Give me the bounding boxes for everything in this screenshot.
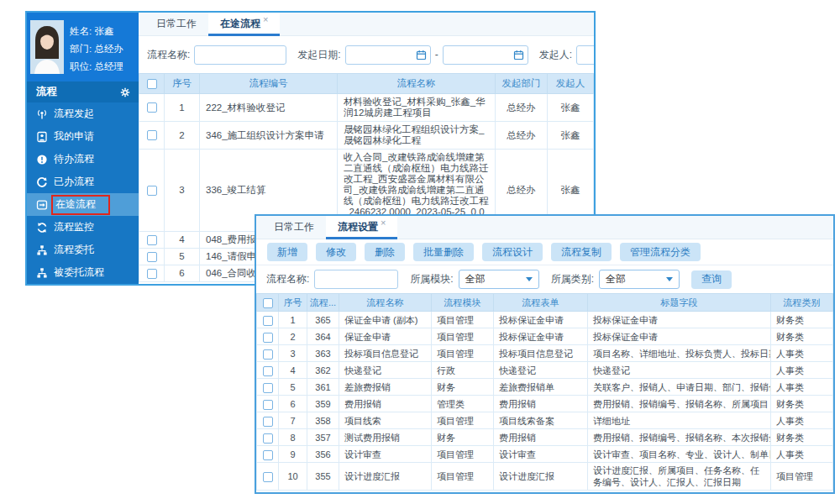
initiator-label: 发起人:	[539, 48, 572, 62]
category-select[interactable]: 全部	[599, 270, 680, 289]
table-row: 1 222_材料验收登记 材料验收登记_材料采购_张鑫_华润12城房建工程项目 …	[139, 94, 594, 122]
table-row: 10 355 设计进度汇报 项目管理 设计进度汇报 设计进度汇报、所属项目、任务…	[257, 463, 833, 491]
tab-daily-work[interactable]: 日常工作	[144, 13, 208, 35]
row-checkbox[interactable]	[147, 235, 157, 245]
profile-name: 姓名: 张鑫	[70, 23, 123, 40]
initiator-input[interactable]	[576, 45, 594, 65]
row-checkbox[interactable]	[263, 383, 273, 393]
process-copy-button[interactable]: 流程复制	[551, 243, 612, 261]
column-header: 发起部门	[496, 74, 548, 94]
row-checkbox[interactable]	[263, 417, 273, 427]
tab-bar: 日常工作 流程设置×	[256, 216, 833, 239]
chevron-down-icon	[666, 277, 673, 281]
row-checkbox[interactable]	[263, 366, 273, 376]
tab-process-settings[interactable]: 流程设置×	[326, 216, 397, 239]
sidebar-item-todo-processes[interactable]: 待办流程	[27, 148, 139, 171]
calendar-icon	[513, 50, 524, 60]
red-highlight-box: 在途流程	[51, 195, 110, 215]
process-design-button[interactable]: 流程设计	[482, 243, 543, 261]
select-all-checkbox[interactable]	[263, 298, 273, 308]
column-header: 流程类别	[771, 294, 833, 312]
sidebar-item-label: 被委托流程	[54, 265, 104, 280]
row-checkbox[interactable]	[263, 433, 273, 444]
row-checkbox[interactable]	[263, 333, 273, 343]
module-select[interactable]: 全部	[459, 270, 539, 289]
org-tree-icon	[36, 267, 48, 279]
org-tree-icon	[36, 244, 48, 256]
edit-button[interactable]: 修改	[316, 243, 356, 261]
column-header: 流程模块	[432, 294, 494, 312]
column-header: 发起人	[548, 74, 594, 94]
process-name-label: 流程名称:	[147, 48, 190, 62]
sidebar-item-label: 流程委托	[54, 243, 94, 257]
table-row: 3 363 投标项目信息登记 项目管理 投标项目信息登记 项目名称、详细地址、投…	[257, 345, 833, 362]
row-checkbox[interactable]	[263, 316, 273, 326]
add-button[interactable]: 新增	[267, 243, 307, 261]
row-checkbox[interactable]	[263, 349, 273, 360]
table-row: 8 357 测试费用报销 财务 费用报销 费用报销、报销编号、报销名称、本次报销…	[257, 429, 833, 446]
sidebar-item-my-applications[interactable]: 我的申请	[27, 125, 139, 148]
search-button[interactable]: 查询	[691, 270, 732, 289]
sidebar-item-delegated-processes[interactable]: 被委托流程	[27, 261, 139, 284]
sidebar: 姓名: 张鑫 部门: 总经办 职位: 总经理 流程	[27, 13, 139, 284]
sidebar-item-label: 在途流程	[55, 198, 96, 210]
row-checkbox[interactable]	[263, 450, 273, 460]
process-name-label: 流程名称:	[266, 272, 309, 286]
tab-close-icon[interactable]: ×	[381, 218, 386, 228]
table-row: 2 364 保证金申请 项目管理 投标保证金申请 投标保证金申请 财务类	[257, 328, 833, 345]
in-transit-icon	[36, 199, 48, 211]
process-name-input[interactable]	[194, 45, 286, 65]
sidebar-item-label: 我的申请	[54, 129, 94, 144]
manage-process-category-button[interactable]: 管理流程分类	[620, 243, 701, 261]
row-checkbox[interactable]	[147, 102, 157, 113]
sidebar-item-label: 流程发起	[54, 107, 94, 121]
module-label: 所属模块:	[410, 272, 453, 286]
batch-delete-button[interactable]: 批量删除	[413, 243, 474, 261]
sidebar-item-process-monitor[interactable]: 流程监控	[27, 216, 139, 239]
sidebar-item-in-transit-processes[interactable]: 在途流程	[27, 193, 139, 216]
tab-bar: 日常工作 在途流程×	[139, 13, 594, 36]
column-header: 流程名称	[339, 294, 432, 312]
sidebar-item-process-delegate[interactable]: 流程委托	[27, 239, 139, 261]
sidebar-item-label: 流程监控	[54, 220, 94, 234]
sidebar-item-label: 已办流程	[54, 175, 94, 189]
tab-daily-work[interactable]: 日常工作	[262, 216, 326, 239]
column-header: 流程...	[307, 294, 339, 312]
row-checkbox[interactable]	[147, 252, 157, 262]
process-settings-window: 日常工作 流程设置× 新增 修改 删除 批量删除 流程设计 流程复制 管理流程分…	[255, 214, 835, 494]
sidebar-section-title: 流程	[36, 85, 57, 99]
table-row: 7 358 项目线索 项目管理 项目线索备案 详细地址 人事类	[257, 412, 833, 429]
tab-in-transit-process[interactable]: 在途流程×	[208, 13, 280, 35]
search-filter-bar: 流程名称: 所属模块: 全部 所属类别: 全部 查询	[256, 265, 833, 293]
sidebar-section-header: 流程	[27, 81, 139, 102]
toolbar: 新增 修改 删除 批量删除 流程设计 流程复制 管理流程分类	[256, 239, 833, 265]
gear-icon[interactable]	[120, 87, 130, 97]
row-checkbox[interactable]	[263, 472, 273, 482]
table-row: 1 365 保证金申请 (副本) 项目管理 投标保证金申请 投标保证金申请 财务…	[257, 312, 833, 328]
start-date-label: 发起日期:	[297, 48, 340, 62]
tab-close-icon[interactable]: ×	[263, 14, 268, 24]
select-all-checkbox[interactable]	[147, 79, 157, 89]
profile-position: 职位: 总经理	[70, 58, 123, 76]
row-checkbox[interactable]	[147, 269, 157, 279]
table-row: 9 356 设计审查 项目管理 设计审查 设计审查、项目名称、专业、设计人、制单…	[257, 446, 833, 463]
column-header: 标题字段	[588, 294, 771, 312]
chevron-down-icon	[526, 277, 533, 281]
row-checkbox[interactable]	[147, 186, 157, 196]
user-card-icon	[36, 131, 48, 143]
user-profile: 姓名: 张鑫 部门: 总经办 职位: 总经理	[27, 13, 139, 81]
row-checkbox[interactable]	[263, 400, 273, 410]
sidebar-item-process-initiate[interactable]: 流程发起	[27, 102, 139, 125]
table-row: 6 359 费用报销 管理类 费用报销 费用报销、报销编号、报销名称、所属项目 …	[257, 396, 833, 412]
delete-button[interactable]: 删除	[365, 243, 405, 261]
date-separator: -	[435, 49, 438, 60]
column-header: 序号	[279, 294, 307, 312]
column-header: 流程编号	[200, 74, 338, 94]
category-label: 所属类别:	[551, 272, 594, 286]
column-header: 序号	[165, 74, 200, 94]
sidebar-item-done-processes[interactable]: 已办流程	[27, 171, 139, 193]
search-filter-bar: 流程名称: 发起日期: - 发起人:	[139, 36, 594, 73]
broadcast-icon	[36, 108, 48, 120]
row-checkbox[interactable]	[147, 130, 157, 140]
process-name-input[interactable]	[314, 270, 398, 289]
